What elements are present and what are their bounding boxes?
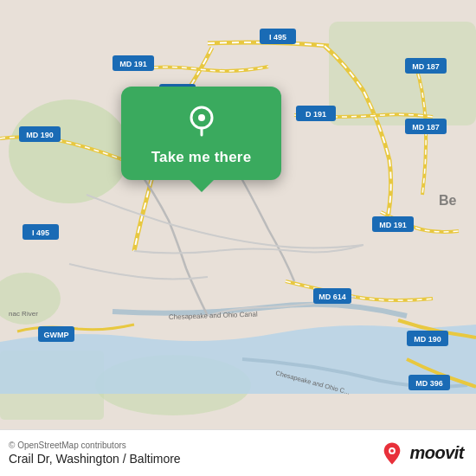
moovit-logo: moovit [380,441,464,466]
svg-text:nac River: nac River [9,310,38,318]
svg-text:MD 187: MD 187 [412,62,440,71]
map-popup[interactable]: Take me there [121,87,281,180]
copyright-text: © OpenStreetMap contributors [9,441,181,450]
svg-text:Be: Be [439,193,457,208]
svg-text:MD 191: MD 191 [119,60,147,68]
svg-text:I 495: I 495 [269,33,286,42]
svg-text:MD 191: MD 191 [379,221,407,229]
location-text: Crail Dr, Washington / Baltimore [9,452,181,466]
svg-text:MD 614: MD 614 [318,293,346,301]
map-container: I 495 MD 191 MD 190 I 495 MD 187 D 191 M… [0,0,476,476]
bottom-bar: © OpenStreetMap contributors Crail Dr, W… [0,429,476,476]
moovit-wordmark: moovit [409,443,464,463]
svg-text:GWMP: GWMP [44,331,69,339]
bottom-left-info: © OpenStreetMap contributors Crail Dr, W… [9,441,181,466]
svg-text:MD 187: MD 187 [412,123,440,132]
svg-text:MD 190: MD 190 [26,131,54,139]
svg-text:D 191: D 191 [306,110,326,119]
svg-point-37 [198,114,205,121]
moovit-pin-icon [380,441,404,466]
svg-point-1 [9,100,130,203]
svg-text:MD 396: MD 396 [415,379,443,388]
location-pin-icon [183,102,221,140]
map-svg: I 495 MD 191 MD 190 I 495 MD 187 D 191 M… [0,0,476,476]
svg-point-39 [390,448,394,452]
svg-text:I 495: I 495 [32,228,49,237]
take-me-there-label: Take me there [151,149,252,166]
svg-text:MD 190: MD 190 [414,335,441,344]
